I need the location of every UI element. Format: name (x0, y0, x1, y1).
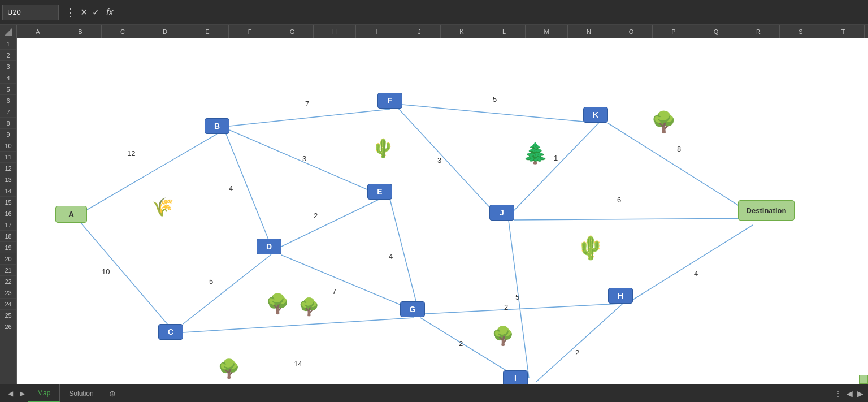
col-header-g[interactable]: G (271, 25, 314, 38)
col-header-s[interactable]: S (780, 25, 822, 38)
svg-line-13 (425, 304, 620, 314)
col-header-q[interactable]: Q (695, 25, 737, 38)
row-21[interactable]: 21 (0, 265, 16, 276)
row-16[interactable]: 16 (0, 208, 16, 219)
node-g[interactable]: G (400, 301, 425, 317)
more-options-icon[interactable]: ⋮ (66, 6, 76, 19)
row-19[interactable]: 19 (0, 242, 16, 253)
col-header-o[interactable]: O (610, 25, 653, 38)
tab-map[interactable]: Map (28, 384, 60, 402)
row-12[interactable]: 12 (0, 163, 16, 174)
node-i[interactable]: I (503, 370, 528, 384)
nav-prev-icon[interactable]: ◀ (5, 390, 16, 397)
col-header-l[interactable]: L (483, 25, 526, 38)
col-header-m[interactable]: M (526, 25, 568, 38)
col-header-j[interactable]: J (398, 25, 441, 38)
node-j[interactable]: J (489, 205, 514, 221)
cell-reference-box[interactable]: U20 (2, 5, 59, 20)
weight-bf: 7 (305, 100, 309, 108)
corner-cell[interactable] (0, 25, 17, 38)
weight-dg: 7 (332, 287, 336, 296)
svg-line-18 (608, 123, 752, 214)
bottom-bar: ◀ ▶ Map Solution ⊕ ⋮ ◀ ▶ (0, 384, 868, 402)
weight-jk: 1 (554, 154, 558, 162)
svg-line-11 (402, 105, 596, 123)
scroll-left-icon[interactable]: ◀ (847, 389, 853, 398)
svg-line-3 (229, 109, 390, 126)
tab-solution[interactable]: Solution (60, 384, 103, 402)
svg-line-4 (226, 134, 271, 247)
row-26[interactable]: 26 (0, 321, 16, 332)
weight-ab: 12 (127, 149, 135, 158)
node-f[interactable]: F (377, 93, 402, 109)
row-25[interactable]: 25 (0, 310, 16, 321)
big-tree-icon: 🌳 (651, 112, 676, 132)
svg-line-12 (398, 109, 502, 221)
tree-medium-icon: 🌳 (492, 327, 514, 345)
row-8[interactable]: 8 (0, 118, 16, 129)
node-b[interactable]: B (205, 118, 229, 134)
col-header-p[interactable]: P (653, 25, 695, 38)
col-header-n[interactable]: N (568, 25, 610, 38)
col-header-b[interactable]: B (59, 25, 102, 38)
node-c[interactable]: C (158, 324, 183, 340)
row-11[interactable]: 11 (0, 152, 16, 163)
row-4[interactable]: 4 (0, 72, 16, 84)
cactus-small-icon: 🌵 (372, 139, 394, 157)
node-k[interactable]: K (583, 107, 608, 123)
cactus-large-icon: 🌵 (576, 236, 605, 259)
row-22[interactable]: 22 (0, 276, 16, 287)
row-1[interactable]: 1 (0, 38, 16, 50)
row-9[interactable]: 9 (0, 129, 16, 140)
tab-add-button[interactable]: ⊕ (103, 387, 121, 400)
col-header-r[interactable]: R (737, 25, 780, 38)
col-header-e[interactable]: E (186, 25, 229, 38)
row-2[interactable]: 2 (0, 50, 16, 61)
row-23[interactable]: 23 (0, 287, 16, 299)
row-7[interactable]: 7 (0, 106, 16, 118)
svg-line-16 (512, 123, 599, 213)
col-header-h[interactable]: H (314, 25, 356, 38)
row-5[interactable]: 5 (0, 84, 16, 95)
row-13[interactable]: 13 (0, 174, 16, 185)
col-header-f[interactable]: F (229, 25, 271, 38)
col-header-c[interactable]: C (102, 25, 144, 38)
row-14[interactable]: 14 (0, 185, 16, 197)
row-17[interactable]: 17 (0, 219, 16, 231)
sheet-canvas[interactable]: 12 10 7 4 3 5 14 2 7 4 5 3 5 2 2 1 6 8 2… (17, 38, 868, 384)
col-header-i[interactable]: I (356, 25, 398, 38)
bottom-menu-icon[interactable]: ⋮ (834, 389, 842, 398)
bare-tree-icon: 🌲 (523, 143, 548, 163)
node-d[interactable]: D (257, 239, 281, 254)
col-header-a[interactable]: A (17, 25, 59, 38)
confirm-icon[interactable]: ✓ (92, 7, 99, 18)
node-e[interactable]: E (367, 184, 392, 200)
formula-bar[interactable] (118, 5, 868, 20)
col-header-k[interactable]: K (441, 25, 483, 38)
row-3[interactable]: 3 (0, 61, 16, 72)
row-6[interactable]: 6 (0, 95, 16, 106)
tree-pair2-icon: 🌳 (298, 299, 319, 315)
scroll-indicator (859, 375, 868, 384)
tree-pair-icon: 🌳 (266, 294, 289, 313)
row-24[interactable]: 24 (0, 299, 16, 310)
row-10[interactable]: 10 (0, 140, 16, 152)
row-20[interactable]: 20 (0, 253, 16, 265)
col-header-t[interactable]: T (822, 25, 865, 38)
node-destination[interactable]: Destination (738, 200, 795, 221)
cancel-icon[interactable]: ✕ (80, 7, 88, 18)
node-h[interactable]: H (608, 288, 633, 304)
svg-line-17 (514, 218, 752, 220)
row-18[interactable]: 18 (0, 231, 16, 242)
node-a[interactable]: A (55, 206, 87, 223)
svg-line-9 (281, 255, 413, 310)
toolbar: U20 ⋮ ✕ ✓ fx (0, 0, 868, 25)
svg-line-7 (183, 318, 414, 332)
col-header-d[interactable]: D (144, 25, 186, 38)
svg-line-5 (229, 130, 381, 196)
scroll-right-icon[interactable]: ▶ (857, 389, 863, 398)
row-15[interactable]: 15 (0, 197, 16, 208)
nav-next-icon[interactable]: ▶ (16, 390, 28, 397)
field-icon: 🌾 (151, 198, 174, 216)
weight-gi: 2 (459, 339, 463, 348)
